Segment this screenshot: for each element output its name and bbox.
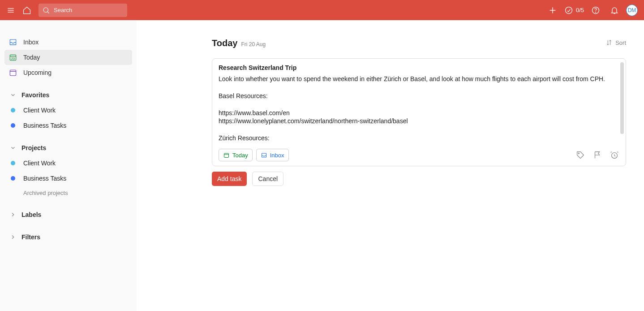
home-button[interactable] xyxy=(20,3,34,17)
proj-client-work[interactable]: Client Work xyxy=(4,156,132,171)
help-icon xyxy=(591,6,600,15)
task-footer: Today Inbox xyxy=(219,149,619,161)
task-title-input[interactable]: Research Switzerland Trip xyxy=(219,64,619,71)
reminder-icon[interactable] xyxy=(610,150,619,160)
section-label: Labels xyxy=(21,211,41,218)
goal-count: 0/5 xyxy=(576,7,584,13)
svg-point-23 xyxy=(578,153,579,154)
search-box[interactable] xyxy=(39,4,127,17)
progress-icon xyxy=(564,6,573,15)
add-task-button[interactable]: Add task xyxy=(212,172,247,186)
nav-upcoming[interactable]: Upcoming xyxy=(4,65,132,80)
labels-section: Labels xyxy=(0,207,137,222)
sort-button[interactable]: Sort xyxy=(605,39,626,46)
svg-point-9 xyxy=(596,12,596,12)
nav-inbox[interactable]: Inbox xyxy=(4,35,132,50)
nav-group: Inbox 20 Today Upcoming xyxy=(0,35,137,80)
nav-label: Today xyxy=(23,54,40,61)
project-label: Inbox xyxy=(270,152,284,159)
svg-point-3 xyxy=(43,8,48,13)
chevron-down-icon xyxy=(8,92,18,98)
nav-label: Upcoming xyxy=(23,69,52,76)
project-label: Client Work xyxy=(23,160,56,167)
svg-text:20: 20 xyxy=(11,56,15,60)
notifications-button[interactable] xyxy=(607,3,622,17)
page-header: Today Fri 20 Aug Sort xyxy=(212,38,626,48)
fav-client-work[interactable]: Client Work xyxy=(4,103,132,118)
section-label: Projects xyxy=(21,144,46,151)
fav-business-tasks[interactable]: Business Tasks xyxy=(4,118,132,133)
search-icon xyxy=(42,6,50,14)
svg-rect-21 xyxy=(224,153,229,157)
calendar-icon xyxy=(223,152,230,159)
project-label: Business Tasks xyxy=(23,122,66,129)
upcoming-icon xyxy=(8,68,18,77)
project-label: Client Work xyxy=(23,107,56,114)
archived-projects[interactable]: Archived projects xyxy=(4,186,132,200)
home-icon xyxy=(22,6,31,15)
main: Inbox 20 Today Upcoming Favorites xyxy=(0,20,644,311)
search-input[interactable] xyxy=(54,7,124,13)
scrollbar[interactable] xyxy=(620,62,624,134)
project-button[interactable]: Inbox xyxy=(256,149,289,161)
filters-section: Filters xyxy=(0,229,137,245)
cancel-button[interactable]: Cancel xyxy=(252,172,283,186)
project-label: Business Tasks xyxy=(23,175,66,182)
favorites-section: Favorites Client Work Business Tasks xyxy=(0,87,137,133)
sidebar: Inbox 20 Today Upcoming Favorites xyxy=(0,20,137,311)
menu-button[interactable] xyxy=(4,3,18,17)
project-dot-icon xyxy=(11,108,15,112)
tag-icon[interactable] xyxy=(575,150,585,160)
bell-icon xyxy=(610,6,619,15)
project-dot-icon xyxy=(11,161,15,165)
filters-header[interactable]: Filters xyxy=(4,229,132,245)
projects-section: Projects Client Work Business Tasks Arch… xyxy=(0,140,137,200)
add-button[interactable] xyxy=(545,3,560,17)
help-button[interactable] xyxy=(588,3,603,17)
nav-today[interactable]: 20 Today xyxy=(4,50,132,65)
schedule-label: Today xyxy=(232,152,248,159)
hamburger-icon xyxy=(6,6,15,15)
avatar[interactable]: DM xyxy=(626,4,638,16)
page-title: Today xyxy=(212,38,237,48)
plus-icon xyxy=(548,5,558,15)
chevron-down-icon xyxy=(8,145,18,151)
section-label: Filters xyxy=(21,233,40,241)
proj-business-tasks[interactable]: Business Tasks xyxy=(4,171,132,186)
today-icon: 20 xyxy=(8,53,18,62)
task-editor: Research Switzerland Trip Look into whet… xyxy=(212,58,626,166)
topbar-left xyxy=(4,3,127,17)
productivity-button[interactable]: 0/5 xyxy=(564,6,584,15)
sort-icon xyxy=(605,39,613,46)
flag-icon[interactable] xyxy=(592,150,602,160)
svg-line-4 xyxy=(47,12,49,13)
task-options xyxy=(575,150,619,160)
chevron-right-icon xyxy=(8,212,18,218)
favorites-header[interactable]: Favorites xyxy=(4,87,132,103)
page-date: Fri 20 Aug xyxy=(241,41,266,48)
svg-rect-13 xyxy=(10,70,16,76)
nav-label: Inbox xyxy=(23,39,39,46)
action-buttons: Add task Cancel xyxy=(212,172,626,186)
svg-point-7 xyxy=(565,7,572,13)
labels-header[interactable]: Labels xyxy=(4,207,132,222)
projects-header[interactable]: Projects xyxy=(4,140,132,156)
project-dot-icon xyxy=(11,176,15,181)
project-dot-icon xyxy=(11,123,15,128)
topbar: 0/5 DM xyxy=(0,0,644,20)
inbox-icon xyxy=(8,38,18,47)
topbar-right: 0/5 DM xyxy=(545,3,638,17)
section-label: Favorites xyxy=(21,91,49,99)
schedule-button[interactable]: Today xyxy=(219,149,253,161)
task-description-input[interactable]: Look into whether you want to spend the … xyxy=(219,75,619,143)
content: Today Fri 20 Aug Sort Research Switzerla… xyxy=(137,20,644,311)
inbox-icon xyxy=(261,152,267,159)
chevron-right-icon xyxy=(8,234,18,240)
sort-label: Sort xyxy=(615,39,626,46)
